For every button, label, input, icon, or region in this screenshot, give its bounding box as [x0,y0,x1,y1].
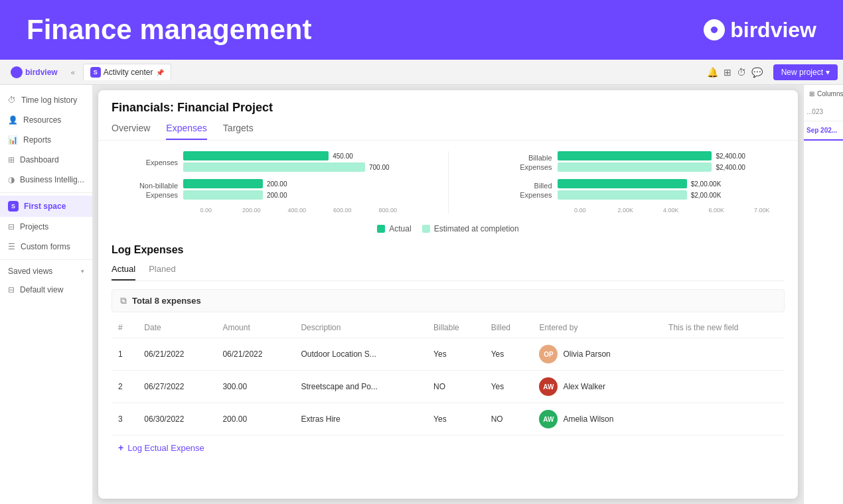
sidebar-item-business-intel[interactable]: ◑ Business Intellig... [0,170,92,190]
chat-icon[interactable]: 💬 [751,67,763,78]
new-project-label: New project [781,68,823,77]
sidebar-item-resources[interactable]: 👤 Resources [0,110,92,130]
table-row: 3 06/30/2022 200.00 Extras Hire Yes NO A… [112,403,785,436]
sidebar-item-first-space[interactable]: S First space [0,196,92,217]
avatar-1: OP [539,345,558,363]
row3-billable: Yes [427,403,485,436]
right-chart: BillableExpenses $2,400.00 $2,400.00 [486,151,785,214]
row1-billed: Yes [485,338,533,371]
nonbillable-actual-label: 200.00 [267,180,287,188]
entered-by-3: Amelia Wilson [563,414,613,424]
sidebar-label-dashboard: Dashboard [20,155,59,164]
row1-num: 1 [112,338,137,371]
banner-logo: birdview [704,18,816,42]
billed-bars: $2,00.00K $2,00.00K [558,179,785,202]
row2-billable: NO [427,371,485,403]
time-log-icon: ⏱ [8,95,16,105]
sidebar-item-time-log[interactable]: ⏱ Time log history [0,90,92,110]
sidebar-label-projects: Projects [20,222,48,231]
col-description: Description [294,318,427,338]
columns-icon: ⊞ [809,90,814,97]
sub-tab-actual[interactable]: Actual [112,264,135,281]
sub-tab-planed[interactable]: Planed [149,264,175,281]
chart-legend: Actual Estimated at completion [112,224,785,233]
nonbillable-estimated-bar: 200.00 [183,190,411,200]
grid-icon[interactable]: ⊞ [724,67,731,78]
sidebar-item-reports[interactable]: 📊 Reports [0,130,92,150]
sidebar-label-resources: Resources [23,115,61,125]
top-banner: Finance management birdview [0,0,843,60]
left-chart-axis: 0.00 200.00 400.00 600.00 800.00 [112,207,411,214]
col-new-field: This is the new field [662,318,785,338]
sidebar-item-projects[interactable]: ⊟ Projects [0,217,92,237]
panel-tabs: Overview Expenses Targets [112,123,785,140]
panel-body: Expenses 450.00 700.00 [98,141,798,496]
resources-icon: 👤 [8,115,18,125]
sub-tabs: Actual Planed [112,264,785,281]
row1-new-field [662,338,785,371]
expenses-estimated-label: 700.00 [369,164,390,171]
sidebar: ⏱ Time log history 👤 Resources 📊 Reports… [0,85,93,504]
sidebar-item-custom-forms[interactable]: ☰ Custom forms [0,237,92,257]
r-axis-4k: 4.00K [649,207,694,214]
row3-description: Extras Hire [294,403,427,436]
sidebar-label-business: Business Intellig... [20,175,84,184]
space-badge: S [8,201,19,212]
tab-expenses[interactable]: Expenses [166,123,206,140]
add-expense-row[interactable]: + Log Ectual Expense [112,436,785,460]
charts-row: Expenses 450.00 700.00 [112,151,785,214]
bell-icon[interactable]: 🔔 [707,67,718,78]
legend-estimated-label: Estimated at completion [434,224,519,233]
financials-panel: Financials: Financial Project Overview E… [98,90,798,499]
row2-amount: 300.00 [216,371,294,403]
collapse-button[interactable]: « [68,67,78,78]
right-strip: ⊞ Columns ⚙ ...023 Sep 202... [803,85,843,504]
banner-logo-text: birdview [730,18,816,42]
billed-actual [558,179,687,188]
billable-actual-bar: $2,400.00 [558,151,785,160]
plus-icon: + [118,442,123,453]
table-header-row: ⧉ Total 8 expenses [112,289,785,312]
row2-billed: Yes [485,371,533,403]
main-layout: ⏱ Time log history 👤 Resources 📊 Reports… [0,85,843,504]
r-axis-6k: 6.00K [694,207,739,214]
default-view-icon: ⊟ [8,285,15,294]
billed-estimated-label: $2,00.00K [691,192,722,199]
app-shell: birdview « S Activity center 📌 🔔 ⊞ ⏱ 💬 N… [0,60,843,504]
billable-estimated [558,162,712,172]
table-header: # Date Amount Description Billable Bille… [112,318,785,338]
clock-icon[interactable]: ⏱ [737,67,746,78]
panel-title: Financials: Financial Project [112,101,785,115]
nonbillable-bar-row: Non-billableExpenses 200.00 200.00 [112,179,411,202]
legend-actual-dot [377,225,385,233]
expenses-estimated-bar: 700.00 [183,162,411,172]
expenses-estimated [183,162,365,172]
sidebar-label-first-space: First space [24,202,66,211]
sidebar-item-default-view[interactable]: ⊟ Default view [0,280,92,300]
nonbillable-bars: 200.00 200.00 [183,179,411,202]
tab-targets[interactable]: Targets [223,123,254,140]
log-expenses-title: Log Expenses [112,244,785,256]
col-amount: Amount [216,318,294,338]
tab-overview[interactable]: Overview [112,123,150,140]
sidebar-saved-views[interactable]: Saved views ▾ [0,263,92,280]
col-num: # [112,318,137,338]
sidebar-label-custom-forms: Custom forms [21,242,70,251]
expenses-bars: 450.00 700.00 [183,151,411,174]
row1-date: 06/21/2022 [137,338,216,371]
sidebar-item-dashboard[interactable]: ⊞ Dashboard [0,150,92,170]
col-billed: Billed [485,318,533,338]
row1-description: Outdoor Location S... [294,338,427,371]
add-expense-label: Log Ectual Expense [127,443,204,453]
left-chart: Expenses 450.00 700.00 [112,151,411,214]
expenses-actual [183,151,329,160]
row2-date: 06/27/2022 [137,371,216,403]
billed-bar-row: BilledExpenses $2,00.00K $2,00.00K [486,179,785,202]
col-billable: Billable [427,318,485,338]
new-project-button[interactable]: New project ▾ [773,64,838,80]
chevron-down-icon: ▾ [81,268,84,275]
columns-button[interactable]: ⊞ Columns ⚙ [804,85,843,103]
topbar: birdview « S Activity center 📌 🔔 ⊞ ⏱ 💬 N… [0,60,843,85]
activity-center-tab[interactable]: S Activity center 📌 [83,64,171,80]
row2-entered-by: AW Alex Walker [532,371,662,403]
